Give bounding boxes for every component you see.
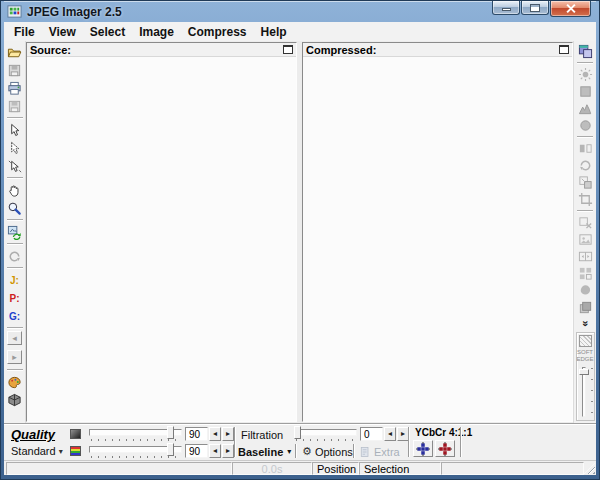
select-freehand-button[interactable] xyxy=(5,139,25,157)
toolbar-separator xyxy=(7,219,23,221)
filtration-slider-thumb[interactable] xyxy=(294,426,301,439)
print-button[interactable] xyxy=(5,79,25,97)
rotate-right-button[interactable] xyxy=(575,157,595,174)
split-view-button[interactable] xyxy=(575,248,595,265)
jpeg-format-icon: J: xyxy=(10,275,19,286)
color-quality-decrement[interactable]: ◂ xyxy=(209,444,221,458)
hand-pan-button[interactable] xyxy=(5,181,25,199)
brightness-icon xyxy=(578,67,593,82)
menu-select[interactable]: Select xyxy=(83,24,132,40)
save-as-button[interactable] xyxy=(5,97,25,115)
status-timer: 0.0s xyxy=(262,463,283,475)
source-panel-label: Source: xyxy=(30,44,71,56)
save-icon xyxy=(7,63,22,78)
png-format-button[interactable]: P: xyxy=(5,289,25,307)
resize-grip[interactable] xyxy=(584,463,595,474)
sampling-444-button[interactable] xyxy=(435,440,455,457)
filtration-decrement[interactable]: ◂ xyxy=(384,427,396,441)
extra-label: Extra xyxy=(374,446,400,458)
color-quality-increment[interactable]: ▸ xyxy=(222,444,234,458)
extra-button[interactable]: Extra xyxy=(359,444,400,459)
minimize-button[interactable] xyxy=(492,1,520,15)
tiles-button[interactable] xyxy=(575,265,595,282)
menu-compress[interactable]: Compress xyxy=(181,24,254,40)
menubar: File View Select Image Compress Help xyxy=(4,22,596,41)
rotate-button[interactable] xyxy=(5,247,25,265)
jpeg-format-button[interactable]: J: xyxy=(5,271,25,289)
spin-right-icon: ▸ xyxy=(401,430,405,438)
titlebar[interactable]: JPEG Imager 2.5 xyxy=(4,1,596,22)
image-button[interactable] xyxy=(575,231,595,248)
toolbar-separator xyxy=(7,327,23,329)
palette-button[interactable] xyxy=(5,373,25,391)
soft-edge-slider[interactable] xyxy=(578,366,593,418)
menu-view[interactable]: View xyxy=(42,24,83,40)
compressed-maximize-button[interactable] xyxy=(559,45,569,54)
more-chevrons-icon: » xyxy=(580,320,591,326)
save-as-icon xyxy=(7,99,22,114)
circle-select-button[interactable] xyxy=(575,117,595,134)
color-quality-value[interactable]: 90 xyxy=(185,444,208,458)
brightness-button[interactable] xyxy=(575,66,595,83)
grayscale-quality-decrement[interactable]: ◂ xyxy=(209,427,221,441)
history-forward-button[interactable]: ▸ xyxy=(7,350,22,364)
soft-edge-slider-ticks xyxy=(591,368,593,416)
menu-file[interactable]: File xyxy=(7,24,42,40)
window-controls xyxy=(491,1,591,17)
more-tools-button[interactable]: » xyxy=(575,316,595,330)
sampling-411-button[interactable] xyxy=(413,440,433,457)
compressed-viewport[interactable] xyxy=(303,57,572,421)
status-extra-cell xyxy=(441,462,584,475)
menu-image[interactable]: Image xyxy=(132,24,181,40)
flip-button[interactable] xyxy=(575,140,595,157)
history-back-button[interactable]: ◂ xyxy=(7,331,22,345)
close-button[interactable] xyxy=(550,1,591,17)
soft-edge-label-line1: SOFT xyxy=(577,349,594,356)
grayscale-quality-slider[interactable] xyxy=(89,426,182,441)
options-button[interactable]: ⚙ Options xyxy=(302,444,353,459)
maximize-button[interactable] xyxy=(521,1,549,15)
save-button[interactable] xyxy=(5,61,25,79)
package-button[interactable] xyxy=(5,391,25,409)
rainbow-swatch xyxy=(68,444,82,457)
resize-button[interactable] xyxy=(575,174,595,191)
color-quality-slider[interactable] xyxy=(89,443,182,458)
toolbar-separator xyxy=(7,369,23,371)
soft-edge-pattern-icon[interactable] xyxy=(579,335,592,347)
recompress-button[interactable] xyxy=(5,223,25,241)
gif-format-button[interactable]: G: xyxy=(5,307,25,325)
crop-icon xyxy=(578,192,593,207)
color-fill-button[interactable] xyxy=(575,83,595,100)
clear-selection-button[interactable] xyxy=(575,214,595,231)
histogram-button[interactable] xyxy=(575,100,595,117)
copy-compressed-icon xyxy=(578,44,593,59)
layers-button[interactable] xyxy=(575,299,595,316)
filtration-slider[interactable] xyxy=(294,426,357,441)
grayscale-quality-spinbox: 90 ◂ ▸ xyxy=(185,427,234,441)
hand-pan-icon xyxy=(7,183,22,198)
source-maximize-button[interactable] xyxy=(283,45,293,54)
feather-button[interactable] xyxy=(575,282,595,299)
package-icon xyxy=(7,393,22,408)
open-file-button[interactable] xyxy=(5,43,25,61)
zoom-button[interactable] xyxy=(5,199,25,217)
soft-edge-slider-thumb[interactable] xyxy=(579,369,589,375)
controls-separator xyxy=(408,427,410,457)
color-slider-ticks xyxy=(91,456,180,458)
compressed-panel-label: Compressed: xyxy=(306,44,376,56)
menu-help[interactable]: Help xyxy=(254,24,294,40)
grayscale-quality-value[interactable]: 90 xyxy=(185,427,208,441)
grayscale-slider-thumb[interactable] xyxy=(167,426,174,439)
quality-preset-dropdown[interactable]: Standard ▾ xyxy=(11,445,63,457)
filtration-value[interactable]: 0 xyxy=(360,427,383,441)
left-toolbar: J: P: G: ◂ ▸ xyxy=(4,41,26,423)
source-viewport[interactable] xyxy=(27,57,296,421)
select-rect-button[interactable] xyxy=(5,121,25,139)
select-wand-button[interactable] xyxy=(5,157,25,175)
crop-button[interactable] xyxy=(575,191,595,208)
rotate-right-icon xyxy=(578,158,593,173)
copy-compressed-button[interactable] xyxy=(575,43,595,60)
color-slider-thumb[interactable] xyxy=(167,443,174,456)
baseline-dropdown[interactable]: Baseline ▾ xyxy=(238,444,291,459)
grayscale-quality-increment[interactable]: ▸ xyxy=(222,427,234,441)
